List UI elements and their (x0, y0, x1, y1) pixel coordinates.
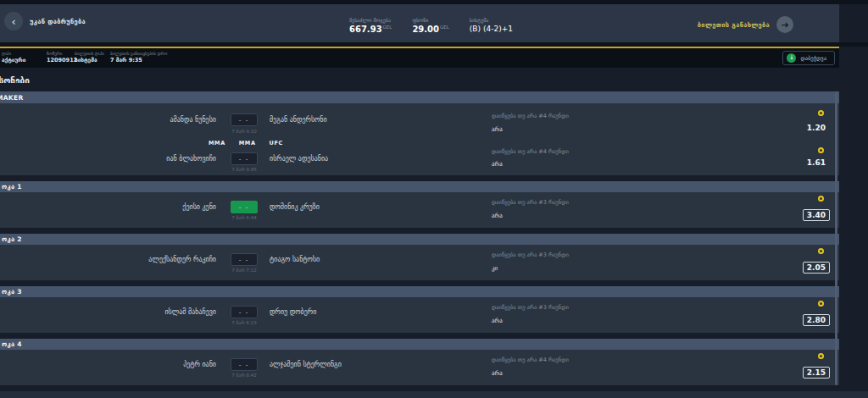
bet-row[interactable]: ისლამ მახაჩევი - - დრიუ დობერი 7 მარ 6:1… (0, 297, 839, 333)
stat-possible-win: შესაძლო მოგება 667.93GEL (349, 17, 392, 34)
market-label: დაიწყება თუ არა #4 რაუნდი (492, 148, 569, 155)
group-title: MAKER (0, 94, 23, 102)
group-title: ოკა 3 (0, 288, 22, 296)
group-header: ოკა 4 (0, 339, 839, 350)
bet-group: ოკა 2 ალექსანდერ რაკიჩი - - ტიაგო სანტოს… (0, 234, 839, 280)
stat-system: სისტემა (B) (4-2)+1 (470, 17, 513, 34)
field-label: ბილეთის განთავსების დრო (110, 51, 168, 56)
home-team: ალექსანდერ რაკიჩი (0, 256, 216, 263)
odds-value: 1.20 (807, 124, 826, 132)
group-title: ოკა 4 (0, 340, 22, 348)
breadcrumb-item: MMA (209, 140, 225, 146)
stat-value: 667.93 (349, 25, 382, 34)
market-label: დაიწყება თუ არა #4 რაუნდი (492, 113, 569, 119)
pick-value: არა (492, 126, 503, 133)
stat-label: ფსონი (412, 17, 448, 23)
group-header: ოკა 3 (0, 286, 839, 297)
breadcrumb-item: UFC (270, 140, 283, 146)
away-team: ტიაგო სანტოსი (270, 256, 320, 263)
bet-row[interactable]: იან ბლახოვიჩი - - ისრაელ ადესანია 7 მარ … (0, 147, 839, 175)
odds-ring-icon (818, 248, 824, 254)
match-time: 7 მარ 9:45 (214, 167, 275, 172)
back-button[interactable]: ‹ უკან დაბრუნება (4, 12, 86, 30)
home-team: ისლამ მახაჩევი (0, 308, 216, 316)
vertical-scrollbar[interactable] (835, 91, 837, 385)
field-label: ტიპი (2, 51, 11, 56)
odds-value: 2.05 (803, 262, 830, 274)
away-team: ალჯამეინ სტერლინგი (270, 361, 342, 368)
score-box: - - (231, 152, 258, 165)
group-header: ოკა 2 (0, 234, 839, 245)
pick-value: არა (492, 213, 503, 219)
group-header: ოკა 1 (0, 181, 839, 192)
bet-group: MAKER ამანდა ნუნესი - - მეგან ანდერსონი … (0, 91, 839, 175)
field-label: ნომერი (47, 51, 62, 56)
odds-value: 2.80 (803, 314, 830, 326)
match-time: 7 მარ 9:10 (214, 129, 275, 134)
currency-label: GEL (440, 25, 449, 30)
refresh-ticket-button[interactable]: ბილეთის განახლება ➜ (698, 16, 793, 33)
score-box: - - (231, 253, 258, 266)
odds-ring-icon (818, 301, 824, 307)
bet-ticket-page: ‹ უკან დაბრუნება შესაძლო მოგება 667.93GE… (0, 0, 868, 398)
ticket-info-bar: ტიპი აქტიური ნომერი 12090912 ბილეთის ტიპ… (0, 48, 839, 68)
bet-row[interactable]: პეტრ იანი - - ალჯამეინ სტერლინგი 7 მარ 8… (0, 350, 839, 385)
odds-ring-icon (818, 353, 824, 359)
group-header: MAKER (0, 91, 839, 103)
arrow-right-icon[interactable]: ➜ (776, 16, 793, 33)
print-ticket-button[interactable]: ↓ დაბეჭდვა (782, 51, 835, 65)
odds-ring-icon (818, 110, 824, 116)
field-value: აქტიური (2, 57, 25, 64)
home-team: ქეისი კენი (0, 203, 216, 211)
stat-value: (B) (4-2)+1 (470, 25, 513, 33)
bet-row[interactable]: ქეისი კენი - - დომინიკ კრუზი 7 მარ 6:44 … (0, 192, 839, 228)
bet-row[interactable]: ალექსანდერ რაკიჩი - - ტიაგო სანტოსი 7 მა… (0, 245, 839, 280)
footer-strip (0, 391, 868, 398)
ticket-stats: შესაძლო მოგება 667.93GEL ფსონი 29.00GEL … (349, 17, 533, 34)
pick-value: არა (492, 318, 503, 324)
odds-value: 2.15 (803, 367, 830, 379)
refresh-label: ბილეთის განახლება (698, 21, 770, 29)
away-team: ისრაელ ადესანია (270, 155, 328, 163)
home-team: ამანდა ნუნესი (0, 116, 216, 124)
section-title: ფსონები (0, 71, 68, 83)
download-icon: ↓ (787, 53, 796, 63)
bet-group: ოკა 1 ქეისი კენი - - დომინიკ კრუზი 7 მარ… (0, 181, 839, 228)
market-label: დაიწყება თუ არა #3 რაუნდი (492, 252, 569, 258)
away-team: დრიუ დობერი (270, 308, 316, 316)
stat-value: 29.00 (412, 25, 439, 34)
score-box-live: - - (231, 201, 258, 213)
score-box: - - (231, 113, 258, 126)
league-breadcrumb: MMA MMA UFC (0, 139, 839, 147)
match-time: 7 მარ 6:13 (214, 320, 275, 325)
stat-stake: ფსონი 29.00GEL (412, 17, 448, 34)
field-value: 7 მარ 9:35 (110, 57, 142, 64)
stat-label: შესაძლო მოგება (349, 17, 392, 23)
odds-ring-icon (818, 147, 824, 153)
bet-group: ოკა 3 ისლამ მახაჩევი - - დრიუ დობერი 7 მ… (0, 286, 839, 333)
away-team: მეგან ანდერსონი (270, 116, 327, 124)
score-box: - - (231, 306, 258, 318)
header: ‹ უკან დაბრუნება შესაძლო მოგება 667.93GE… (0, 4, 839, 42)
print-label: დაბეჭდვა (800, 55, 826, 62)
breadcrumb-item: MMA (239, 140, 256, 146)
bet-group: ოკა 4 პეტრ იანი - - ალჯამეინ სტერლინგი 7… (0, 339, 839, 385)
back-label: უკან დაბრუნება (30, 18, 86, 25)
bet-row[interactable]: ამანდა ნუნესი - - მეგან ანდერსონი 7 მარ … (0, 103, 839, 139)
market-label: დაიწყება თუ არა #3 რაუნდი (492, 304, 569, 311)
group-title: ოკა 2 (0, 235, 22, 243)
odds-value: 1.61 (807, 158, 826, 167)
match-time: 7 მარ 7:12 (214, 268, 275, 273)
home-team: პეტრ იანი (0, 361, 216, 368)
stat-label: სისტემა (470, 17, 513, 23)
score-box: - - (231, 358, 258, 371)
group-title: ოკა 1 (0, 183, 22, 191)
back-icon[interactable]: ‹ (4, 12, 23, 30)
odds-ring-icon (818, 196, 824, 202)
pick-value: არა (492, 161, 503, 168)
market-label: დაიწყება თუ არა #3 რაუნდი (492, 199, 569, 206)
pick-value: კი (492, 265, 498, 272)
away-team: დომინიკ კრუზი (270, 203, 320, 211)
pick-value: არა (492, 370, 503, 377)
odds-value: 3.40 (803, 209, 830, 221)
